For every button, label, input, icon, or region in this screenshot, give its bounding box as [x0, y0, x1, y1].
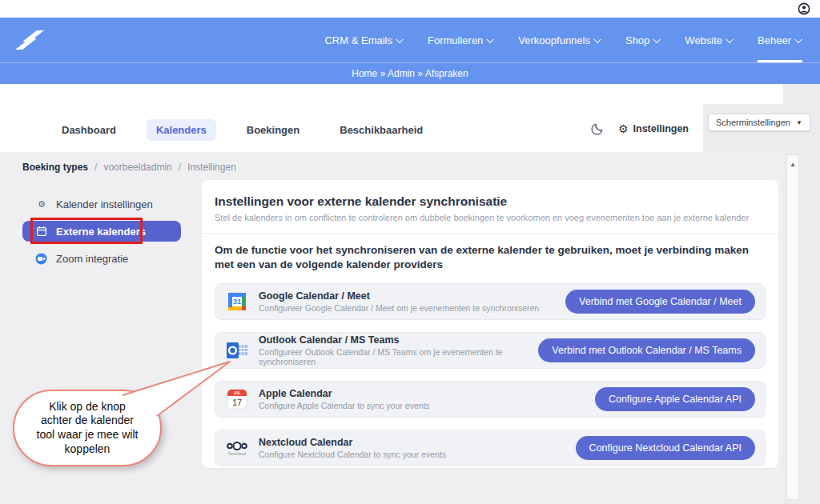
- nav-item-label: Formulieren: [428, 34, 483, 46]
- breadcrumb-instellingen[interactable]: Instellingen: [187, 162, 236, 173]
- page-header: Dashboard Kalenders Boekingen Beschikbaa…: [0, 84, 820, 152]
- breadcrumb-voorbeeldadmin[interactable]: voorbeeldadmin: [103, 162, 171, 173]
- nextcloud-icon-label: Nextcloud: [228, 451, 246, 456]
- settings-button[interactable]: ⚙ Instellingen: [618, 122, 689, 135]
- outlook-icon: [225, 341, 249, 360]
- scrollbar[interactable]: ▲: [786, 154, 799, 500]
- chevron-down-icon: [396, 35, 404, 43]
- nav-item-shop[interactable]: Shop: [625, 18, 661, 62]
- divider: [202, 233, 778, 234]
- nav-menu: CRM & Emails Formulieren Verkoopfunnels …: [324, 18, 820, 62]
- tab-boekingen[interactable]: Boekingen: [237, 119, 309, 141]
- provider-name: Nextcloud Calendar: [259, 437, 446, 448]
- chevron-down-icon: [794, 35, 802, 43]
- provider-description: Configureer Outlook Calendar / MS Teams …: [259, 347, 538, 366]
- svg-text:⚙: ⚙: [37, 199, 45, 209]
- sidebar-item-label: Zoom integratie: [56, 253, 128, 265]
- provider-description: Configure Apple Calendar to sync your ev…: [259, 401, 430, 410]
- dark-mode-moon-icon[interactable]: [591, 122, 604, 135]
- settings-label: Instellingen: [633, 123, 689, 134]
- apple-icon-day: 17: [232, 398, 242, 407]
- provider-name: Google Calendar / Meet: [259, 290, 539, 302]
- connect-google-calendar-button[interactable]: Verbind met Google Calendar / Meet: [565, 290, 755, 314]
- nav-item-label: Beheer: [758, 34, 791, 46]
- gear-icon: ⚙: [618, 122, 629, 135]
- annotation-highlight-box: [30, 218, 143, 244]
- sidebar-item-kalender-instellingen[interactable]: ⚙ Kalender instellingen: [22, 194, 183, 214]
- provider-row-nextcloud: Nextcloud Nextcloud Calendar Configure N…: [215, 430, 766, 466]
- main-navbar: CRM & Emails Formulieren Verkoopfunnels …: [0, 18, 820, 62]
- annotation-text: Klik op de knop achter de kalender tool …: [37, 400, 139, 457]
- provider-text: Outlook Calendar / MS Teams Configureer …: [259, 334, 538, 366]
- provider-description: Configureer Google Calendar / Meet om je…: [259, 303, 539, 313]
- breadcrumb-separator: /: [94, 162, 97, 173]
- breadcrumb-bar: Home » Admin » Afspraken: [0, 62, 820, 84]
- google-icon-day: 31: [233, 298, 242, 306]
- settings-sidebar: ⚙ Kalender instellingen Externe kalender…: [22, 194, 183, 275]
- nav-item-beheer[interactable]: Beheer: [758, 18, 802, 62]
- provider-row-google: 31 Google Calendar / Meet Configureer Go…: [215, 283, 766, 320]
- sidebar-item-label: Kalender instellingen: [56, 198, 153, 210]
- nav-item-label: Website: [685, 34, 722, 46]
- provider-text: Google Calendar / Meet Configureer Googl…: [259, 290, 539, 313]
- nav-item-label: Shop: [625, 34, 649, 46]
- nav-item-label: Verkoopfunnels: [518, 34, 590, 46]
- chevron-down-icon: [653, 35, 661, 43]
- app-logo[interactable]: [13, 26, 46, 54]
- nav-item-verkoopfunnels[interactable]: Verkoopfunnels: [518, 18, 601, 62]
- breadcrumb-secondary: Boeking types / voorbeeldadmin / Instell…: [22, 162, 236, 173]
- external-calendar-card: Instellingen voor externe kalender synch…: [202, 180, 778, 468]
- configure-apple-calendar-button[interactable]: Configure Apple Calendar API: [595, 387, 755, 411]
- chevron-down-icon: [593, 35, 601, 43]
- configure-nextcloud-calendar-button[interactable]: Configure Nextcloud Calendar API: [576, 436, 755, 460]
- tab-dashboard[interactable]: Dashboard: [52, 119, 126, 141]
- card-subtitle: Stel de kalenders in om conflicten te co…: [215, 213, 766, 222]
- provider-text: Apple Calendar Configure Apple Calendar …: [259, 388, 430, 410]
- nav-item-crm-emails[interactable]: CRM & Emails: [324, 18, 404, 62]
- tab-bar: Dashboard Kalenders Boekingen Beschikbaa…: [52, 119, 432, 141]
- provider-description: Configure Nextcloud Calendar to sync you…: [259, 450, 446, 459]
- scroll-up-arrow-icon[interactable]: ▲: [790, 161, 796, 499]
- topbar: [0, 0, 820, 18]
- right-gutter: ▲: [783, 84, 820, 504]
- tab-kalenders[interactable]: Kalenders: [147, 119, 216, 141]
- breadcrumb-booking-types[interactable]: Boeking types: [22, 162, 88, 173]
- google-calendar-icon: 31: [225, 290, 249, 313]
- annotation-speech-bubble: Klik op de knop achter de kalender tool …: [13, 390, 162, 466]
- zoom-icon: [35, 253, 47, 265]
- apple-icon-month: JUL: [234, 392, 241, 396]
- header-actions: ⚙ Instellingen: [591, 122, 689, 135]
- screen-settings-dropdown[interactable]: Scherminstellingen ▼: [708, 114, 810, 131]
- provider-text: Nextcloud Calendar Configure Nextcloud C…: [259, 437, 446, 459]
- nav-item-label: CRM & Emails: [324, 34, 392, 46]
- gear-icon: ⚙: [35, 198, 47, 210]
- tab-beschikbaarheid[interactable]: Beschikbaarheid: [330, 119, 432, 141]
- screen-settings-label: Scherminstellingen: [716, 118, 790, 127]
- chevron-down-icon: [486, 35, 494, 43]
- provider-row-apple: JUL 17 Apple Calendar Configure Apple Ca…: [215, 381, 766, 418]
- breadcrumb-separator: /: [179, 162, 181, 173]
- card-title: Instellingen voor externe kalender synch…: [215, 194, 766, 209]
- provider-name: Apple Calendar: [259, 388, 430, 399]
- nav-item-formulieren[interactable]: Formulieren: [428, 18, 494, 62]
- card-intro-text: Om de functie voor het synchroniseren va…: [215, 243, 766, 272]
- nav-item-website[interactable]: Website: [685, 18, 734, 62]
- apple-calendar-icon: JUL 17: [225, 389, 249, 410]
- chevron-down-icon: [726, 35, 734, 43]
- user-avatar-icon[interactable]: [798, 2, 810, 15]
- provider-name: Outlook Calendar / MS Teams: [259, 334, 538, 346]
- sidebar-item-zoom-integratie[interactable]: Zoom integratie: [22, 248, 183, 269]
- connect-outlook-calendar-button[interactable]: Verbind met Outlook Calendar / MS Teams: [538, 338, 755, 362]
- breadcrumb[interactable]: Home » Admin » Afspraken: [352, 68, 468, 79]
- nextcloud-icon: Nextcloud: [225, 440, 249, 456]
- page: CRM & Emails Formulieren Verkoopfunnels …: [0, 0, 820, 504]
- caret-down-icon: ▼: [796, 119, 802, 126]
- provider-row-outlook: Outlook Calendar / MS Teams Configureer …: [215, 332, 766, 369]
